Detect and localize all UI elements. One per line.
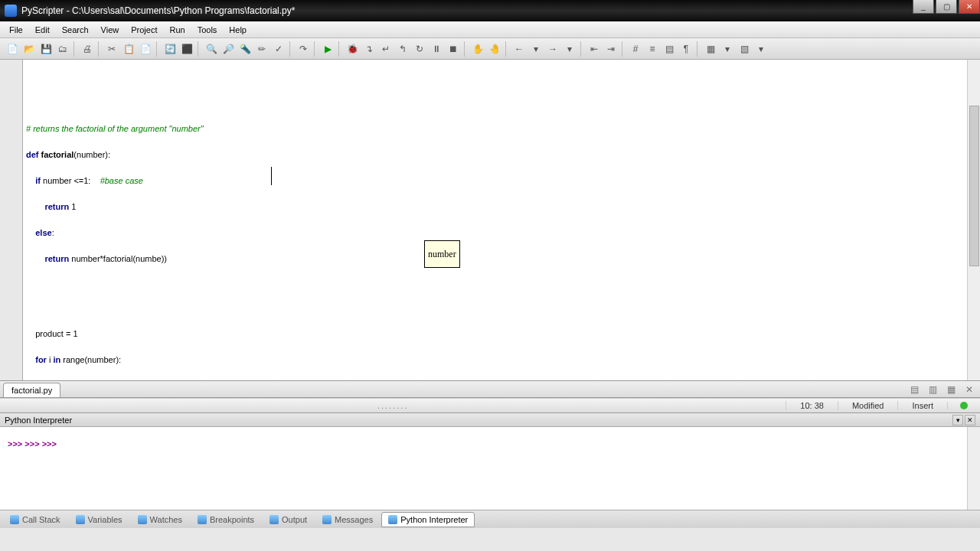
app-icon (5, 5, 17, 17)
interpreter-title: Python Interpreter (5, 416, 72, 425)
file-tab-factorial[interactable]: factorial.py (3, 383, 60, 397)
code-line-1: # returns the factorial of the argument … (26, 124, 204, 133)
status-insert: Insert (897, 401, 947, 410)
dd2-icon[interactable]: ▾ (562, 41, 577, 57)
hand-icon[interactable]: ✋ (470, 41, 485, 57)
tab-messages[interactable]: Messages (315, 512, 380, 527)
stop2-icon[interactable]: ⏹ (446, 41, 461, 57)
step-over-icon[interactable]: ↴ (361, 41, 377, 57)
scroll-thumb[interactable] (969, 106, 979, 266)
code-editor[interactable]: # returns the factorial of the argument … (0, 60, 980, 381)
step-into-icon[interactable]: ↵ (378, 41, 394, 57)
interp-scrollbar[interactable] (967, 427, 980, 510)
toolbar: 📄 📂 💾 🗂 🖨 ✂ 📋 📄 🔄 ⬛ 🔍 🔎 🔦 ✏ ✓ ↷ ▶ 🐞 ↴ ↵ … (0, 38, 980, 60)
find-icon[interactable]: 🔦 (237, 41, 253, 57)
menu-view[interactable]: View (95, 23, 126, 37)
indent-icon[interactable]: ⇤ (586, 41, 602, 57)
caret (271, 167, 272, 185)
prompt-1: >>> (8, 439, 24, 448)
highlight-icon[interactable]: ✏ (254, 41, 270, 57)
saveall-icon[interactable]: 🗂 (55, 41, 70, 57)
close-button[interactable]: ✕ (959, 0, 980, 14)
status-modified: Modified (838, 401, 898, 410)
stop-icon[interactable]: ⬛ (179, 41, 194, 57)
new-icon[interactable]: 📄 (5, 41, 20, 57)
menu-file[interactable]: File (3, 23, 29, 37)
menu-run[interactable]: Run (163, 23, 191, 37)
status-grip: ........ (0, 401, 786, 410)
call-stack-icon (10, 515, 19, 524)
tab-python-interpreter[interactable]: Python Interpreter (381, 512, 475, 527)
maximize-button[interactable]: ▢ (936, 0, 957, 14)
interpreter-header: Python Interpreter ▾ ✕ (0, 413, 980, 427)
search-icon[interactable]: 🔍 (204, 41, 219, 57)
code-area[interactable]: # returns the factorial of the argument … (23, 60, 980, 380)
editor-scrollbar[interactable] (967, 60, 980, 380)
window-titlebar: PyScripter - C:\Users\sal\Documents\Pyth… (0, 0, 980, 21)
back-icon[interactable]: ← (511, 41, 527, 57)
tab-breakpoints[interactable]: Breakpoints (191, 512, 261, 527)
print-icon[interactable]: 🖨 (80, 41, 95, 57)
status-bar: ........ 10: 38 Modified Insert (0, 398, 980, 413)
fwd-icon[interactable]: → (545, 41, 560, 57)
tab-watches[interactable]: Watches (131, 512, 189, 527)
menu-help[interactable]: Help (223, 23, 253, 37)
tab-call-stack[interactable]: Call Stack (3, 512, 67, 527)
debug-step-icon[interactable]: ↷ (296, 41, 311, 57)
tab-list-icon[interactable]: ▥ (925, 382, 940, 397)
menu-search[interactable]: Search (56, 23, 95, 37)
step-out-icon[interactable]: ↰ (395, 41, 410, 57)
dedent-icon[interactable]: ⇥ (603, 41, 619, 57)
interp-close-icon[interactable]: ✕ (965, 415, 975, 425)
file-tab-bar: factorial.py ▤ ▥ ▦ ✕ (0, 381, 980, 398)
window-title: PyScripter - C:\Users\sal\Documents\Pyth… (21, 5, 975, 16)
debug-icon[interactable]: 🐞 (345, 41, 360, 57)
python-interp-icon (388, 515, 397, 524)
output-icon (270, 515, 279, 524)
bottom-tab-bar: Call Stack Variables Watches Breakpoints… (0, 510, 980, 528)
prompt-3: >>> (42, 439, 57, 448)
tab-variables[interactable]: Variables (69, 512, 129, 527)
menu-tools[interactable]: Tools (191, 23, 224, 37)
editor-gutter (0, 60, 23, 380)
check-icon[interactable]: ✓ (271, 41, 286, 57)
status-led-icon (960, 402, 968, 409)
app-btn-icon[interactable]: ▦ (703, 41, 718, 57)
list-icon[interactable]: ≡ (645, 41, 660, 57)
cont-icon[interactable]: ↻ (412, 41, 427, 57)
tab-more-icon[interactable]: ▦ (943, 382, 959, 397)
replace-icon[interactable]: 🔎 (220, 41, 236, 57)
breakpoints-icon (198, 515, 207, 524)
watches-icon (138, 515, 147, 524)
prompt-2: >>> (24, 439, 41, 448)
doc-icon[interactable]: ▤ (662, 41, 677, 57)
messages-icon (322, 515, 332, 524)
hash-icon[interactable]: # (628, 41, 643, 57)
open-icon[interactable]: 📂 (21, 41, 37, 57)
dd4-icon[interactable]: ▾ (753, 41, 769, 57)
grab-icon[interactable]: 🤚 (487, 41, 502, 57)
interp-pin-icon[interactable]: ▾ (952, 415, 963, 425)
paste-icon[interactable]: 📄 (138, 41, 153, 57)
tab-output[interactable]: Output (263, 512, 314, 527)
minimize-button[interactable]: _ (913, 0, 934, 14)
pause-icon[interactable]: ⏸ (429, 41, 444, 57)
tab-close-icon[interactable]: ✕ (962, 382, 977, 397)
app2-btn-icon[interactable]: ▧ (737, 41, 752, 57)
variables-icon (76, 515, 85, 524)
python-interpreter[interactable]: >>> >>> >>> (0, 427, 980, 510)
dd1-icon[interactable]: ▾ (528, 41, 544, 57)
cut-icon[interactable]: ✂ (104, 41, 119, 57)
para-icon[interactable]: ¶ (678, 41, 694, 57)
save-icon[interactable]: 💾 (38, 41, 54, 57)
status-position: 10: 38 (786, 401, 838, 410)
dd3-icon[interactable]: ▾ (720, 41, 735, 57)
code-tooltip: number (424, 240, 460, 268)
run-icon[interactable]: ▶ (320, 41, 335, 57)
refresh-icon[interactable]: 🔄 (162, 41, 178, 57)
menu-edit[interactable]: Edit (29, 23, 56, 37)
copy-icon[interactable]: 📋 (121, 41, 136, 57)
menu-project[interactable]: Project (125, 23, 163, 37)
menu-bar: File Edit Search View Project Run Tools … (0, 21, 980, 38)
tab-nav-icon[interactable]: ▤ (906, 382, 922, 397)
